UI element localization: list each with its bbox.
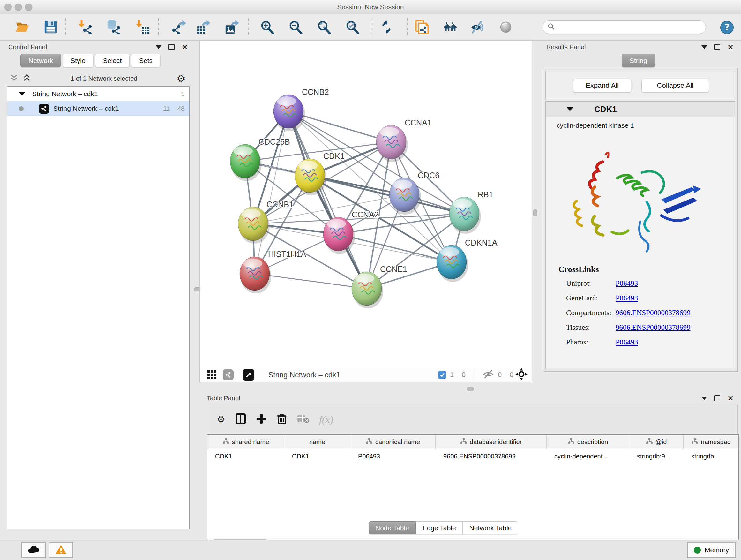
panel-close-icon[interactable]: ✕: [727, 396, 734, 401]
control-panel-controls: ✕: [156, 44, 188, 50]
tab-network-table[interactable]: Network Table: [463, 521, 519, 535]
column-header-database-identifier[interactable]: database identifier: [435, 435, 547, 449]
delete-column-icon[interactable]: [276, 413, 287, 426]
panel-minimize-icon[interactable]: [701, 396, 707, 400]
column-header-canonical-name[interactable]: canonical name: [350, 435, 435, 449]
show-columns-icon[interactable]: [235, 413, 246, 426]
tab-style[interactable]: Style: [63, 54, 93, 67]
column-header-shared-name[interactable]: shared name: [207, 435, 284, 449]
network-row[interactable]: String Network – cdk1 11 48: [7, 101, 189, 116]
warning-status-button[interactable]: [49, 542, 73, 558]
selected-checkbox-icon[interactable]: [438, 371, 446, 379]
column-header-name[interactable]: name: [284, 435, 350, 449]
network-node-rb1[interactable]: RB1: [449, 190, 493, 234]
cell--id[interactable]: stringdb:9...: [629, 449, 684, 463]
refresh-icon[interactable]: [379, 19, 394, 35]
collapse-all-button[interactable]: Collapse All: [642, 78, 709, 92]
cell-name[interactable]: CDK1: [284, 449, 350, 463]
home-networks-icon[interactable]: [443, 19, 458, 35]
network-node-ccna1[interactable]: CCNA1: [376, 118, 432, 162]
zoom-out-icon[interactable]: [288, 19, 303, 35]
right-splitter-handle[interactable]: [533, 209, 537, 216]
cell-namespac[interactable]: stringdb: [684, 449, 738, 463]
collection-expand-icon[interactable]: [19, 92, 25, 96]
tab-select[interactable]: Select: [95, 54, 130, 67]
zoom-fit-icon[interactable]: [316, 19, 332, 35]
network-node-cdk1[interactable]: CDK1: [295, 152, 345, 195]
cell-description[interactable]: cyclin-dependent ...: [547, 449, 629, 463]
cell-shared-name[interactable]: CDK1: [207, 449, 284, 463]
export-network-icon[interactable]: [171, 19, 186, 35]
open-file-icon[interactable]: [15, 19, 30, 35]
fit-selected-crosshair-icon[interactable]: [515, 368, 528, 381]
show-eye-icon[interactable]: [498, 19, 514, 35]
add-column-icon[interactable]: [256, 414, 267, 426]
panel-float-icon[interactable]: [169, 44, 175, 50]
crosslink-link[interactable]: P06493: [616, 279, 638, 288]
export-table-icon[interactable]: [196, 19, 211, 35]
column-header-description[interactable]: description: [547, 435, 629, 449]
cell-database-identifier[interactable]: 9606.ENSP00000378699: [435, 449, 547, 463]
expand-all-chevron-icon[interactable]: [22, 74, 31, 84]
grid-view-icon[interactable]: [207, 369, 217, 381]
column-header-namespac[interactable]: namespac: [684, 435, 738, 449]
network-node-ccnb2[interactable]: CCNB2: [273, 87, 329, 131]
table-row[interactable]: CDK1CDK1P064939606.ENSP00000378699cyclin…: [207, 449, 738, 463]
network-node-cdkn1a[interactable]: CDKN1A: [436, 238, 497, 282]
table-header-row: shared namenamecanonical namedatabase id…: [207, 435, 738, 449]
panel-close-icon[interactable]: ✕: [727, 45, 734, 50]
tab-node-table[interactable]: Node Table: [368, 521, 416, 535]
help-button[interactable]: ?: [720, 20, 734, 36]
network-collection-row[interactable]: String Network – cdk1 1: [7, 86, 189, 101]
cloud-status-button[interactable]: [21, 542, 46, 558]
bottom-splitter-handle[interactable]: [467, 387, 474, 391]
crosslink-label: GeneCard:: [566, 294, 616, 302]
network-canvas[interactable]: CCNB2CCNA1CDC25BCDK1CDC6RB1CCNB1CCNA2CDK…: [199, 40, 532, 368]
tab-string[interactable]: String: [622, 54, 655, 67]
node-label: CCNE1: [380, 265, 407, 273]
control-panel-title: Control Panel: [8, 44, 47, 51]
expand-all-button[interactable]: Expand All: [573, 78, 631, 92]
panel-close-icon[interactable]: ✕: [182, 45, 188, 50]
tab-sets[interactable]: Sets: [131, 54, 160, 67]
import-network-from-database-icon[interactable]: [106, 19, 121, 35]
table-options-gear-icon[interactable]: ⚙: [217, 415, 225, 424]
zoom-in-icon[interactable]: [259, 19, 275, 35]
zoom-selected-icon[interactable]: [345, 19, 360, 35]
search-input[interactable]: [555, 23, 697, 31]
network-overview-icon[interactable]: [223, 369, 233, 380]
crosslink-link[interactable]: P06493: [616, 338, 638, 347]
panel-float-icon[interactable]: [714, 395, 720, 401]
network-node-cdc6[interactable]: CDC6: [389, 171, 440, 214]
network-node-ccnb1[interactable]: CCNB1: [238, 200, 293, 244]
import-table-icon[interactable]: [135, 19, 150, 35]
hide-eye-icon[interactable]: [470, 19, 485, 35]
network-node-hist1h1a[interactable]: HIST1H1A: [240, 250, 307, 294]
network-node-cdc25b[interactable]: CDC25B: [230, 137, 290, 181]
export-image-icon[interactable]: [224, 19, 239, 35]
crosslink-link[interactable]: 9606.ENSP00000378699: [616, 309, 690, 317]
hidden-eye-icon[interactable]: [482, 369, 494, 380]
save-session-icon[interactable]: [43, 19, 58, 35]
cell-canonical-name[interactable]: P06493: [350, 449, 435, 463]
memory-button[interactable]: Memory: [687, 542, 736, 558]
crosslink-link[interactable]: P06493: [616, 294, 638, 302]
network-options-gear-icon[interactable]: ⚙: [177, 74, 186, 83]
tab-network[interactable]: Network: [20, 54, 61, 67]
tab-edge-table[interactable]: Edge Table: [416, 521, 463, 535]
copy-network-icon[interactable]: [414, 19, 429, 35]
node-label: CCNB1: [266, 200, 293, 209]
network-graph[interactable]: CCNB2CCNA1CDC25BCDK1CDC6RB1CCNB1CCNA2CDK…: [200, 41, 532, 368]
search-bar: [542, 20, 706, 34]
entry-header[interactable]: CDK1: [546, 102, 735, 117]
panel-minimize-icon[interactable]: [156, 45, 161, 49]
crosslink-link[interactable]: 9606.ENSP00000378699: [616, 323, 690, 332]
collapse-all-chevron-icon[interactable]: [10, 74, 18, 84]
entry-collapse-icon[interactable]: [567, 107, 573, 111]
import-network-icon[interactable]: [77, 19, 93, 35]
panel-minimize-icon[interactable]: [701, 45, 707, 49]
detach-view-icon[interactable]: [243, 369, 254, 381]
column-header--id[interactable]: @id: [629, 435, 684, 449]
network-node-ccne1[interactable]: CCNE1: [352, 265, 407, 308]
panel-float-icon[interactable]: [714, 44, 720, 50]
